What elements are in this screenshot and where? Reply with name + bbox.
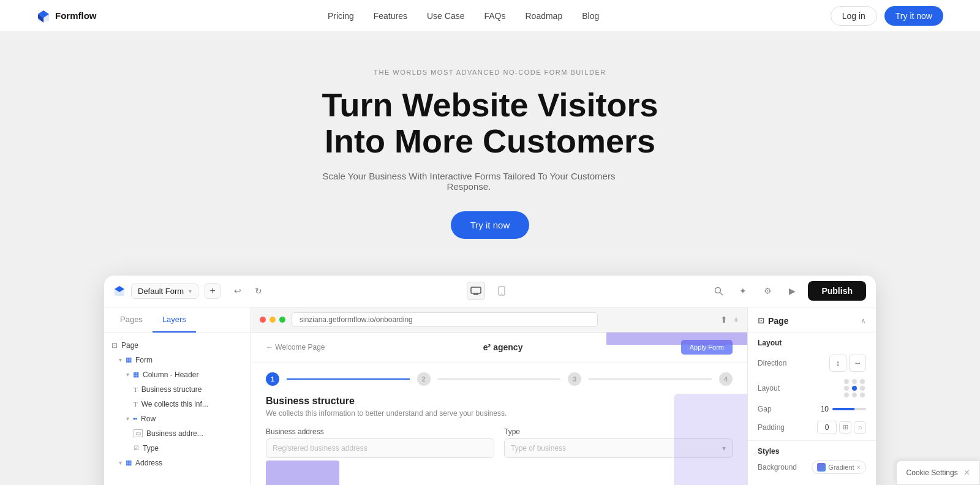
navbar: Formflow Pricing Features Use Case FAQs … (0, 0, 980, 32)
layer-label: Column - Header (143, 370, 198, 379)
padding-label: Padding (758, 423, 785, 432)
text-icon: T (134, 386, 138, 393)
play-button[interactable]: ▶ (783, 282, 801, 299)
try-button[interactable]: Try it now (884, 6, 943, 26)
layer-business-structure[interactable]: T Business structure (104, 382, 251, 397)
settings-button[interactable]: ⚙ (759, 282, 776, 299)
layout-section-header: Layout (748, 333, 876, 351)
search-button[interactable] (710, 282, 727, 299)
nav-faqs[interactable]: FAQs (484, 11, 505, 21)
tab-pages[interactable]: Pages (110, 307, 153, 333)
app-toolbar: Default Form ▾ + ↩ ↻ (104, 276, 876, 307)
field1-input[interactable]: Registered business address (266, 438, 494, 458)
direction-vertical-button[interactable]: ↕ (829, 355, 846, 372)
hero-cta-button[interactable]: Try it now (451, 211, 529, 239)
layer-label: Address (135, 459, 162, 467)
cookie-text: Cookie Settings (907, 468, 958, 477)
mobile-view-button[interactable] (492, 282, 511, 300)
login-button[interactable]: Log in (831, 6, 877, 26)
gap-slider[interactable] (832, 408, 866, 410)
agency-name: e² agency (483, 342, 523, 352)
layer-we-collects[interactable]: T We collects this inf... (104, 397, 251, 412)
gap-value: 10 (821, 405, 829, 413)
browser-url-bar[interactable]: sinziana.getformflow.io/onboarding (292, 312, 598, 327)
input-icon: ▭ (134, 429, 143, 437)
layer-page[interactable]: ⊡ Page (104, 338, 251, 353)
step-circle-3: 3 (568, 372, 581, 386)
select-icon: ☑ (134, 445, 139, 451)
layer-label: Type (143, 444, 159, 453)
publish-button[interactable]: Publish (808, 281, 866, 301)
field2-placeholder: Type of business (511, 444, 566, 453)
layout-dot-bl[interactable] (844, 393, 849, 397)
cookie-close-button[interactable]: × (964, 467, 970, 478)
dot-red (260, 317, 266, 323)
layout-dot-br[interactable] (860, 393, 865, 397)
padding-input[interactable] (817, 421, 837, 434)
nav-blog[interactable]: Blog (582, 11, 599, 21)
step-3: 3 (568, 372, 581, 386)
decoration-bar-top (606, 333, 747, 345)
layer-business-addr[interactable]: ▭ Business addre... (104, 426, 251, 441)
layout-grid (844, 379, 866, 397)
nav-roadmap[interactable]: Roadmap (525, 11, 562, 21)
layer-column-header[interactable]: ▾ ▦ Column - Header (104, 367, 251, 382)
layout-dot-tr[interactable] (860, 379, 865, 384)
row-icon: ▪▪ (133, 415, 137, 422)
layout-dot-tc[interactable] (852, 379, 857, 384)
tab-layers[interactable]: Layers (153, 307, 196, 333)
panel-collapse-icon[interactable]: ∧ (861, 317, 866, 325)
caret-icon: ▾ (126, 415, 129, 422)
nav-pricing[interactable]: Pricing (328, 11, 354, 21)
share-icon[interactable]: ⬆ (720, 315, 728, 325)
step-circle-1: 1 (266, 372, 279, 386)
step-2: 2 (417, 372, 431, 386)
gradient-label: Gradient (828, 464, 854, 471)
desktop-icon (470, 287, 481, 295)
form-progress: 1 2 3 4 (251, 363, 747, 386)
layer-row[interactable]: ▾ ▪▪ Row (104, 412, 251, 426)
undo-button[interactable]: ↩ (229, 282, 246, 299)
new-tab-icon[interactable]: + (734, 315, 739, 325)
browser-bar: sinziana.getformflow.io/onboarding ⬆ + (251, 307, 747, 333)
layer-form[interactable]: ▾ ▦ Form (104, 353, 251, 367)
form-selector[interactable]: Default Form ▾ (131, 284, 198, 299)
hero-title-line1: Turn Website Visitors (322, 86, 658, 123)
layout-dot-ml[interactable] (844, 386, 849, 391)
nav-features[interactable]: Features (374, 11, 407, 21)
layer-type[interactable]: ☑ Type (104, 441, 251, 456)
layout-dot-bc[interactable] (852, 393, 857, 397)
direction-horizontal-button[interactable]: ↔ (849, 355, 866, 372)
layout-dot-tl[interactable] (844, 379, 849, 384)
add-button[interactable]: + (205, 283, 221, 299)
step-circle-4: 4 (719, 372, 733, 386)
mobile-icon (498, 286, 505, 296)
layer-label: Business addre... (146, 429, 203, 438)
gradient-close-icon[interactable]: × (857, 464, 861, 471)
form-name: Default Form (138, 287, 184, 296)
desktop-view-button[interactable] (467, 282, 485, 300)
layout-dot-mc[interactable] (852, 386, 857, 391)
step-line-3 (589, 378, 712, 380)
hero-title-line2: Into More Customers (325, 122, 655, 159)
dot-green (279, 317, 285, 323)
logo-icon (37, 9, 50, 23)
layout-dot-mr[interactable] (860, 386, 865, 391)
address-icon: ▦ (126, 459, 132, 467)
star-button[interactable]: ✦ (734, 282, 752, 299)
layer-label: Form (135, 356, 153, 364)
page-icon: ⊡ (111, 341, 118, 350)
redo-button[interactable]: ↻ (250, 282, 267, 299)
back-button[interactable]: ← Welcome Page (266, 343, 325, 352)
gradient-selector[interactable]: Gradient × (812, 461, 866, 474)
background-row: Background Gradient × (758, 461, 866, 474)
nav-actions: Log in Try it now (831, 6, 943, 26)
left-panel: Pages Layers ⊡ Page ▾ ▦ Form (104, 307, 251, 485)
app-body: Pages Layers ⊡ Page ▾ ▦ Form (104, 307, 876, 485)
padding-link-icon[interactable]: ○ (854, 421, 866, 434)
padding-expand-icon[interactable]: ⊞ (839, 421, 851, 434)
layer-address[interactable]: ▾ ▦ Address (104, 456, 251, 470)
nav-use-case[interactable]: Use Case (427, 11, 464, 21)
layer-label: Business structure (141, 385, 202, 394)
field1-placeholder: Registered business address (273, 444, 368, 453)
